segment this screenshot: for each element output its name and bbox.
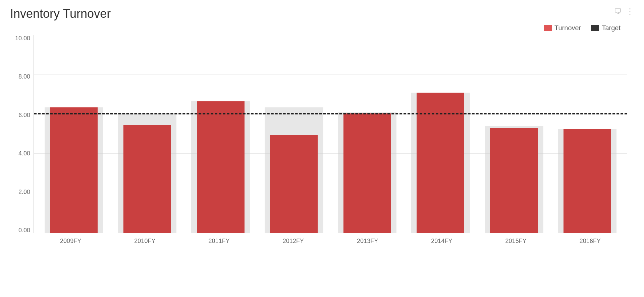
x-axis-label: 2010FY: [108, 235, 182, 253]
y-axis-label: 6.00: [18, 112, 30, 118]
x-axis-label: 2015FY: [479, 235, 553, 253]
x-axis-label: 2012FY: [256, 235, 330, 253]
legend-item-target: Target: [591, 24, 621, 32]
y-axis-label: 0.00: [18, 227, 30, 233]
bar-group: [550, 35, 624, 233]
bars-container: [34, 35, 627, 233]
bar-foreground: [343, 113, 391, 233]
bar-group: [331, 35, 404, 233]
chart-legend: Turnover Target: [10, 24, 634, 32]
comment-icon[interactable]: 🗨: [614, 7, 622, 16]
bar-foreground: [490, 128, 538, 233]
target-swatch: [591, 25, 599, 31]
target-line: [34, 113, 627, 114]
bar-group: [477, 35, 551, 233]
bar-foreground: [50, 107, 98, 233]
y-axis-label: 2.00: [18, 189, 30, 195]
y-axis-label: 10.00: [15, 35, 30, 41]
bar-group: [257, 35, 331, 233]
bar-group: [111, 35, 184, 233]
turnover-swatch: [544, 25, 552, 31]
x-axis-label: 2014FY: [405, 235, 479, 253]
x-axis-label: 2011FY: [182, 235, 256, 253]
bar-group: [404, 35, 477, 233]
bar-group: [37, 35, 111, 233]
bar-foreground: [270, 135, 318, 233]
page-title: Inventory Turnover: [10, 7, 634, 21]
x-axis: 2009FY2010FY2011FY2012FY2013FY2014FY2015…: [34, 235, 627, 253]
bar-group: [184, 35, 257, 233]
x-axis-label: 2009FY: [34, 235, 108, 253]
x-axis-label: 2016FY: [553, 235, 627, 253]
chart-inner: [34, 35, 627, 233]
widget-actions: 🗨 ⋮: [614, 7, 634, 16]
more-options-icon[interactable]: ⋮: [626, 7, 634, 16]
bar-foreground: [123, 125, 171, 233]
bar-foreground: [564, 129, 611, 233]
bar-foreground: [197, 101, 245, 233]
inventory-turnover-widget: Inventory Turnover 🗨 ⋮ Turnover Target 1…: [0, 0, 644, 297]
y-axis: 10.008.006.004.002.000.00: [10, 35, 34, 233]
turnover-label: Turnover: [554, 24, 581, 32]
x-axis-label: 2013FY: [330, 235, 405, 253]
legend-item-turnover: Turnover: [544, 24, 581, 32]
target-label: Target: [602, 24, 621, 32]
y-axis-label: 8.00: [18, 73, 30, 80]
y-axis-label: 4.00: [18, 150, 30, 156]
chart-area: 10.008.006.004.002.000.00 2009FY2010FY20…: [10, 35, 634, 253]
